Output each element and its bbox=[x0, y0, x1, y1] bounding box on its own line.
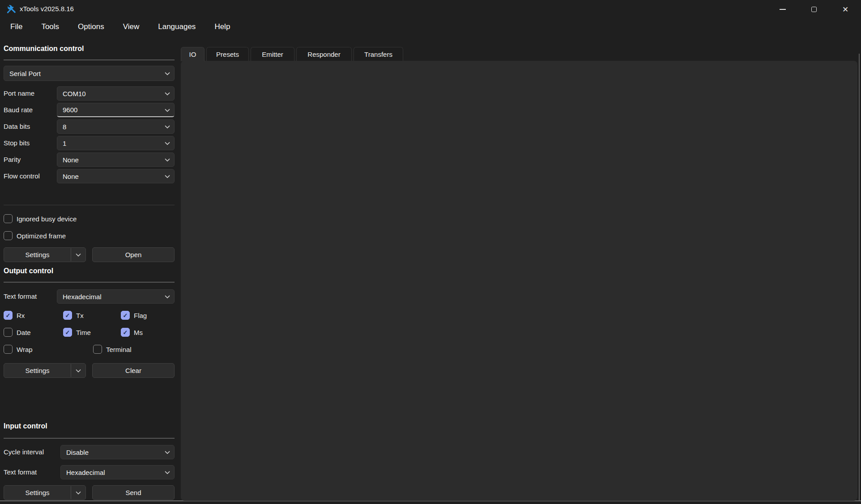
checkbox-box bbox=[63, 328, 72, 337]
communication-control-heading: Communication control bbox=[4, 45, 84, 53]
close-button[interactable]: ✕ bbox=[830, 0, 861, 19]
chevron-down-icon bbox=[165, 295, 170, 299]
chevron-down-icon bbox=[165, 451, 170, 454]
input-control-heading: Input control bbox=[4, 422, 47, 430]
clear-button[interactable]: Clear bbox=[92, 363, 175, 378]
separator bbox=[4, 205, 175, 205]
chevron-down-icon bbox=[165, 471, 170, 474]
data-bits-label: Data bits bbox=[4, 119, 30, 134]
menu-view[interactable]: View bbox=[114, 19, 149, 35]
checkbox-box bbox=[4, 231, 13, 240]
chevron-down-icon bbox=[165, 142, 170, 145]
output-text-format-select[interactable]: Hexadecimal bbox=[57, 289, 175, 304]
tab-presets[interactable]: Presets bbox=[206, 47, 249, 61]
maximize-button[interactable] bbox=[798, 0, 830, 19]
minimize-button[interactable] bbox=[767, 0, 798, 19]
comm-settings-split-button[interactable]: Settings bbox=[4, 247, 86, 262]
chevron-down-icon bbox=[165, 175, 170, 178]
chevron-down-icon[interactable] bbox=[71, 248, 85, 262]
tx-checkbox[interactable]: Tx bbox=[63, 310, 84, 320]
chevron-down-icon bbox=[165, 92, 170, 96]
separator bbox=[4, 282, 175, 283]
chevron-down-icon[interactable] bbox=[71, 486, 85, 500]
app-logo-tools-icon bbox=[6, 4, 17, 14]
input-text-format-label: Text format bbox=[4, 465, 37, 479]
data-bits-select[interactable]: 8 bbox=[57, 119, 175, 134]
checkbox-box bbox=[121, 328, 130, 337]
tab-responder[interactable]: Responder bbox=[296, 47, 352, 61]
terminal-checkbox[interactable]: Terminal bbox=[93, 344, 132, 354]
send-button[interactable]: Send bbox=[92, 485, 175, 500]
baud-rate-select[interactable]: 9600 bbox=[57, 103, 175, 117]
chevron-down-icon bbox=[165, 158, 170, 162]
chevron-down-icon bbox=[165, 125, 170, 129]
chevron-down-icon[interactable] bbox=[71, 364, 85, 377]
close-icon: ✕ bbox=[842, 6, 848, 13]
time-checkbox[interactable]: Time bbox=[63, 327, 91, 337]
flow-control-select[interactable]: None bbox=[57, 169, 175, 183]
wrap-checkbox[interactable]: Wrap bbox=[4, 344, 33, 354]
window-right-edge bbox=[859, 54, 860, 500]
io-page bbox=[181, 61, 857, 501]
device-type-select[interactable]: Serial Port bbox=[4, 66, 175, 81]
ms-checkbox[interactable]: Ms bbox=[121, 327, 143, 337]
separator bbox=[4, 59, 175, 60]
cycle-interval-select[interactable]: Disable bbox=[60, 445, 175, 459]
input-settings-split-button[interactable]: Settings bbox=[4, 485, 86, 500]
baud-rate-label: Baud rate bbox=[4, 103, 33, 117]
port-name-label: Port name bbox=[4, 86, 34, 101]
app-window: xTools v2025.8.16 ✕ File Tools Options V… bbox=[0, 0, 861, 504]
menu-tools[interactable]: Tools bbox=[32, 19, 68, 35]
parity-select[interactable]: None bbox=[57, 152, 175, 167]
window-title: xTools v2025.8.16 bbox=[20, 5, 74, 13]
port-name-select[interactable]: COM10 bbox=[57, 86, 175, 101]
tab-io[interactable]: IO bbox=[181, 47, 205, 61]
checkbox-box bbox=[4, 345, 13, 354]
flag-checkbox[interactable]: Flag bbox=[121, 310, 147, 320]
rx-checkbox[interactable]: Rx bbox=[4, 310, 25, 320]
date-checkbox[interactable]: Date bbox=[4, 327, 31, 337]
output-control-heading: Output control bbox=[4, 267, 53, 275]
menu-options[interactable]: Options bbox=[68, 19, 114, 35]
minimize-icon bbox=[780, 9, 786, 10]
chevron-down-icon bbox=[165, 108, 170, 112]
menu-file[interactable]: File bbox=[1, 19, 32, 35]
tab-emitter[interactable]: Emitter bbox=[251, 47, 294, 61]
menu-help[interactable]: Help bbox=[205, 19, 239, 35]
stop-bits-label: Stop bits bbox=[4, 136, 30, 150]
flow-control-label: Flow control bbox=[4, 169, 40, 183]
separator bbox=[4, 438, 175, 439]
menu-languages[interactable]: Languages bbox=[149, 19, 205, 35]
checkbox-box bbox=[4, 311, 13, 320]
input-text-format-select[interactable]: Hexadecimal bbox=[60, 465, 175, 479]
window-controls: ✕ bbox=[767, 0, 861, 19]
maximize-icon bbox=[811, 7, 817, 12]
checkbox-box bbox=[63, 311, 72, 320]
checkbox-box bbox=[93, 345, 102, 354]
tab-transfers[interactable]: Transfers bbox=[354, 47, 403, 61]
chevron-down-icon bbox=[165, 72, 170, 76]
checkbox-box bbox=[4, 328, 13, 337]
checkbox-box bbox=[4, 214, 13, 223]
output-text-format-label: Text format bbox=[4, 289, 37, 304]
output-settings-split-button[interactable]: Settings bbox=[4, 363, 86, 378]
optimized-frame-checkbox[interactable]: Optimized frame bbox=[4, 231, 66, 241]
parity-label: Parity bbox=[4, 152, 21, 167]
title-bar: xTools v2025.8.16 ✕ bbox=[0, 0, 861, 18]
open-button[interactable]: Open bbox=[92, 247, 175, 262]
ignored-busy-device-checkbox[interactable]: Ignored busy device bbox=[4, 214, 77, 224]
cycle-interval-label: Cycle interval bbox=[4, 445, 44, 459]
stop-bits-select[interactable]: 1 bbox=[57, 136, 175, 150]
menu-bar: File Tools Options View Languages Help bbox=[1, 19, 239, 35]
checkbox-box bbox=[121, 311, 130, 320]
